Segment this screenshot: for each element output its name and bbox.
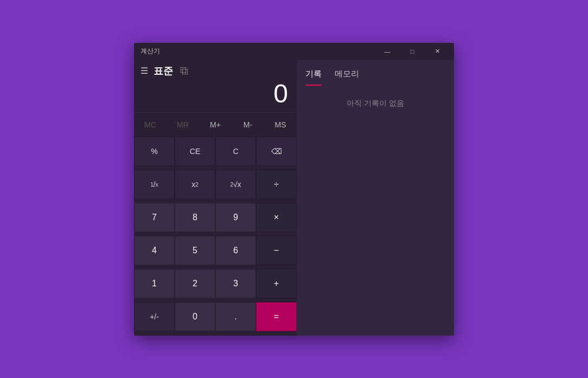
three-button[interactable]: 3: [215, 269, 256, 298]
button-grid: % CE C ⌫ 1/x x2 2√x ÷ 7 8 9 × 4 5 6 − 1 …: [134, 137, 297, 335]
mplus-button[interactable]: M+: [199, 113, 232, 137]
sqrt-button[interactable]: 2√x: [215, 170, 256, 199]
one-button[interactable]: 1: [134, 269, 175, 298]
minus-button[interactable]: −: [256, 236, 297, 265]
zero-button[interactable]: 0: [175, 302, 215, 331]
calculator-panel: ☰ 표준 ⿻ 0 MC MR M+ M- MS % CE C ⌫: [134, 60, 297, 336]
memory-row: MC MR M+ M- MS: [134, 112, 297, 137]
minimize-button[interactable]: —: [375, 43, 400, 60]
mc-button[interactable]: MC: [134, 113, 167, 137]
backspace-button[interactable]: ⌫: [256, 137, 297, 166]
calc-display: 0: [134, 80, 297, 113]
mode-title: 표준: [154, 65, 173, 78]
display-value: 0: [143, 80, 288, 108]
empty-history-message: 아직 기록이 없음: [347, 99, 404, 108]
keep-on-top-icon[interactable]: ⿻: [181, 66, 189, 75]
decimal-button[interactable]: .: [215, 302, 256, 331]
reciprocal-button[interactable]: 1/x: [134, 170, 175, 199]
eight-button[interactable]: 8: [175, 203, 215, 232]
equals-button[interactable]: =: [256, 302, 297, 331]
tab-history[interactable]: 기록: [305, 65, 322, 86]
maximize-button[interactable]: □: [400, 43, 425, 60]
nine-button[interactable]: 9: [215, 203, 256, 232]
square-button[interactable]: x2: [175, 170, 215, 199]
right-panel: 기록 메모리 아직 기록이 없음: [297, 60, 454, 336]
tab-content-history: 아직 기록이 없음: [297, 86, 454, 336]
mr-button[interactable]: MR: [167, 113, 199, 137]
close-button[interactable]: ✕: [425, 43, 450, 60]
tab-memory[interactable]: 메모리: [335, 65, 359, 86]
two-button[interactable]: 2: [175, 269, 215, 298]
window-title: 계산기: [140, 47, 160, 56]
seven-button[interactable]: 7: [134, 203, 175, 232]
main-content: ☰ 표준 ⿻ 0 MC MR M+ M- MS % CE C ⌫: [134, 60, 454, 336]
mminus-button[interactable]: M-: [232, 113, 264, 137]
calculator-window: 계산기 — □ ✕ ☰ 표준 ⿻ 0 MC MR M+: [134, 43, 454, 336]
negate-button[interactable]: +/-: [134, 302, 175, 331]
window-controls: — □ ✕: [375, 43, 450, 60]
six-button[interactable]: 6: [215, 236, 256, 265]
tabs: 기록 메모리: [297, 60, 454, 86]
divide-button[interactable]: ÷: [256, 170, 297, 199]
c-button[interactable]: C: [215, 137, 256, 166]
ms-button[interactable]: MS: [264, 113, 297, 137]
hamburger-icon[interactable]: ☰: [140, 66, 148, 76]
four-button[interactable]: 4: [134, 236, 175, 265]
five-button[interactable]: 5: [175, 236, 215, 265]
multiply-button[interactable]: ×: [256, 203, 297, 232]
calc-header: ☰ 표준 ⿻: [134, 60, 297, 80]
titlebar: 계산기 — □ ✕: [134, 43, 454, 60]
plus-button[interactable]: +: [256, 269, 297, 298]
percent-button[interactable]: %: [134, 137, 175, 166]
ce-button[interactable]: CE: [175, 137, 215, 166]
